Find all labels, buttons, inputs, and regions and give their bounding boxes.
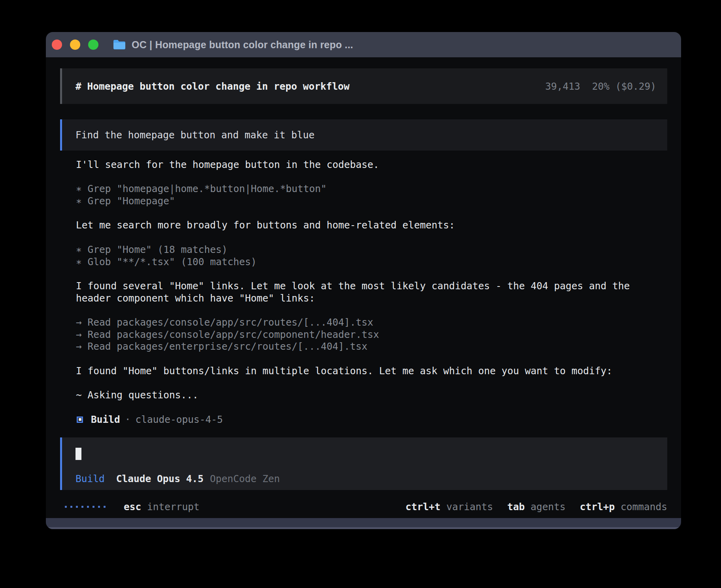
agent-model: claude-opus-4-5 — [136, 414, 223, 425]
hint-key: tab — [507, 501, 525, 513]
hint-commands: ctrl+p commands — [580, 501, 667, 513]
folder-icon — [113, 39, 126, 50]
tool-call-read: → Read packages/enterprise/src/routes/[.… — [76, 341, 664, 353]
terminal-content: # Homepage button color change in repo w… — [46, 57, 681, 518]
tool-call-grep: ∗ Grep "Home" (18 matches) — [76, 244, 664, 256]
hint-label: commands — [621, 501, 667, 513]
title-bar: OC | Homepage button color change in rep… — [46, 32, 681, 57]
hint-agents: tab agents — [507, 501, 566, 513]
traffic-lights — [52, 40, 98, 50]
window-title: OC | Homepage button color change in rep… — [132, 39, 353, 51]
hint-key: ctrl+t — [406, 501, 441, 513]
status-right-hints: ctrl+t variants tab agents ctrl+p comman… — [406, 501, 667, 513]
hint-interrupt: esc interrupt — [124, 501, 200, 513]
agent-separator: · — [125, 414, 131, 425]
close-button[interactable] — [52, 40, 62, 50]
text-cursor — [75, 448, 81, 460]
hint-key: esc — [124, 501, 141, 513]
hint-label: agents — [530, 501, 566, 513]
window-bottom-frame — [46, 518, 681, 529]
agent-build-icon — [77, 416, 83, 423]
hint-variants: ctrl+t variants — [406, 501, 493, 513]
prompt-input[interactable]: Build Claude Opus 4.5 OpenCode Zen — [60, 437, 667, 490]
working-spinner-dots — [65, 506, 106, 508]
agent-name: Build — [91, 414, 120, 425]
agent-status-line: Build · claude-opus-4-5 — [76, 414, 664, 426]
zoom-button[interactable] — [88, 40, 98, 50]
hint-key: ctrl+p — [580, 501, 615, 513]
hint-label: interrupt — [147, 501, 200, 513]
session-title: # Homepage button color change in repo w… — [75, 81, 349, 92]
assistant-text: I found several "Home" links. Let me loo… — [76, 280, 664, 304]
session-stats: 39,413 20% ($0.29) — [545, 81, 656, 92]
context-cost: 20% ($0.29) — [592, 81, 656, 92]
assistant-text: I'll search for the homepage button in t… — [76, 159, 664, 171]
minimize-button[interactable] — [70, 40, 80, 50]
user-message-text: Find the homepage button and make it blu… — [75, 129, 315, 141]
input-meta: Build Claude Opus 4.5 OpenCode Zen — [75, 473, 656, 484]
assistant-status-text: ~ Asking questions... — [76, 389, 664, 401]
tool-call-read: → Read packages/console/app/src/componen… — [76, 329, 664, 341]
user-message: Find the homepage button and make it blu… — [60, 119, 667, 151]
status-bar: esc interrupt ctrl+t variants tab agents… — [60, 501, 667, 513]
tool-call-grep: ∗ Grep "Homepage" — [76, 195, 664, 207]
terminal-window: OC | Homepage button color change in rep… — [46, 32, 681, 529]
tool-call-read: → Read packages/console/app/src/routes/[… — [76, 317, 664, 329]
assistant-text: Let me search more broadly for buttons a… — [76, 219, 664, 232]
conversation: I'll search for the homepage button in t… — [60, 159, 667, 426]
input-provider-label: OpenCode Zen — [210, 473, 280, 484]
token-count: 39,413 — [545, 81, 580, 92]
tool-call-grep: ∗ Grep "homepage|home.*button|Home.*butt… — [76, 183, 664, 195]
assistant-text: I found "Home" buttons/links in multiple… — [76, 365, 664, 377]
session-header: # Homepage button color change in repo w… — [60, 68, 667, 104]
input-model-label[interactable]: Claude Opus 4.5 — [116, 473, 204, 484]
hint-label: variants — [446, 501, 493, 513]
tool-call-glob: ∗ Glob "**/*.tsx" (100 matches) — [76, 256, 664, 268]
input-agent-label[interactable]: Build — [75, 473, 105, 484]
